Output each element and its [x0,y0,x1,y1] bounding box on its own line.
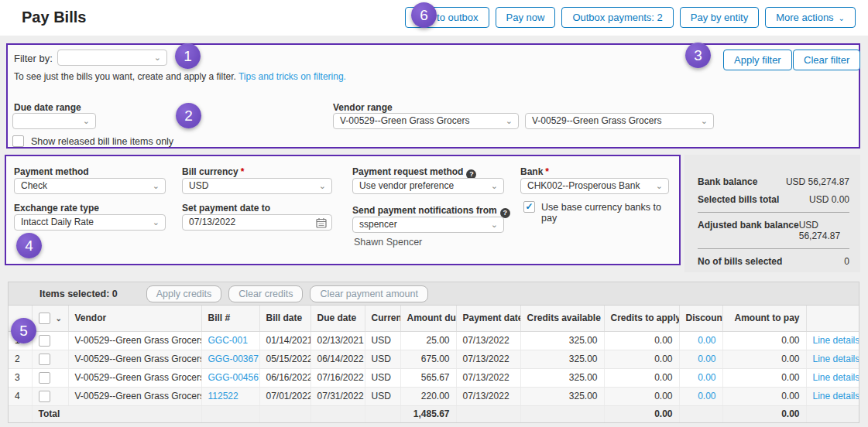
vendor-header: Vendor [68,306,201,331]
row-number: 4 [9,387,32,405]
vendor-range-to-select[interactable]: V-00529--Green Grass Grocers⌄ [525,113,714,129]
discounts-header: Discounts [679,306,722,331]
callout-2: 2 [176,103,201,128]
bill-number-link[interactable]: GGC-001 [208,335,248,346]
adjusted-bank-balance-value: USD 56,274.87 [799,220,849,241]
chevron-down-icon[interactable]: ⌄ [56,314,62,323]
total-credits-to-apply: 0.00 [604,405,679,422]
more-actions-button[interactable]: More actions⌄ [765,7,856,28]
discounts-cell: 0.00 [679,387,722,405]
bill-number-link[interactable]: GGG-00367 [208,354,259,364]
required-asterisk: * [241,166,245,177]
discounts-link[interactable]: 0.00 [698,372,715,383]
filter-hint-text: To see just the bills you want, create a… [14,71,236,82]
credits-to-apply-cell[interactable]: 0.00 [604,387,679,405]
clear-filter-button[interactable]: Clear filter [793,50,860,70]
credits-available-cell: 325.00 [520,350,604,368]
line-details-link[interactable]: Line details [813,372,859,383]
amount-to-pay-cell[interactable]: 0.00 [722,350,806,368]
bank-balance-panel: Bank balance USD 56,274.87 Selected bill… [684,155,860,272]
bill-number-link[interactable]: GGG-0045678 [208,372,260,383]
callout-1: 1 [175,43,201,69]
filter-tips-link[interactable]: Tips and tricks on filtering. [238,71,346,82]
chevron-down-icon: ⌄ [154,50,161,65]
more-actions-label: More actions [776,12,833,23]
row-checkbox[interactable] [39,372,50,384]
chevron-down-icon: ⌄ [656,179,663,193]
adjusted-bank-balance-row: Adjusted bank balance USD 56,274.87 [698,220,849,241]
vendor-cell: V-00529--Green Grass Grocers [68,368,201,387]
grid-toolbar: Items selected: 0 Apply credits Clear cr… [9,282,859,306]
pay-now-button[interactable]: Pay now [496,7,556,28]
currency-cell: USD [365,368,400,387]
bank-select[interactable]: CHK002--Prosperous Bank⌄ [520,178,669,194]
select-all-checkbox[interactable] [39,313,50,324]
credits-available-header: Credits available [520,306,604,331]
filter-hint: To see just the bills you want, create a… [14,71,346,82]
send-notifications-select[interactable]: sspencer⌄ [352,217,504,233]
credits-to-apply-cell[interactable]: 0.00 [604,368,679,387]
payment-date-cell: 07/13/2022 [456,387,520,405]
bank-balance-row: Bank balance USD 56,274.87 [698,176,849,187]
amount-to-pay-cell[interactable]: 0.00 [722,368,806,387]
bill-date-cell: 06/16/2022 [259,368,310,387]
exchange-rate-type-select[interactable]: Intacct Daily Rate⌄ [14,214,166,231]
show-released-checkbox[interactable] [12,135,24,147]
send-notifications-value: sspencer [359,219,397,230]
select-all-header: ⌄ [32,306,68,331]
due-date-range-select[interactable]: ⌄ [12,113,96,129]
payment-date-cell: 07/13/2022 [456,331,520,350]
pay-by-entity-button[interactable]: Pay by entity [680,7,759,28]
bill-number-link[interactable]: 112522 [208,391,238,401]
clear-credits-button[interactable]: Clear credits [228,285,303,302]
exchange-rate-value: Intacct Daily Rate [21,217,94,227]
row-checkbox[interactable] [39,354,50,365]
payment-request-method-select[interactable]: Use vendor preference⌄ [352,178,504,194]
vendor-cell: V-00529--Green Grass Grocers [68,387,201,405]
divider [698,248,849,249]
row-select-cell [32,331,68,350]
chevron-down-icon: ⌄ [153,179,160,193]
discounts-link[interactable]: 0.00 [698,354,715,364]
payment-section: Payment method Check⌄ Bill currency* USD… [5,155,681,265]
selected-bills-total-value: USD 0.00 [809,194,849,205]
bill-currency-label: Bill currency* [182,166,244,177]
exchange-rate-type-label: Exchange rate type [14,203,99,214]
clear-payment-amount-button[interactable]: Clear payment amount [310,285,427,302]
line-details-link[interactable]: Line details [813,354,859,364]
payment-date-input[interactable]: 07/13/2022 [182,214,332,231]
apply-credits-button[interactable]: Apply credits [146,285,222,302]
chevron-down-icon: ⌄ [319,179,326,193]
discounts-link[interactable]: 0.00 [698,335,715,346]
use-base-currency-checkbox[interactable]: ✓ [523,201,535,213]
calendar-icon[interactable] [316,217,327,228]
row-select-cell [32,350,68,368]
discounts-link[interactable]: 0.00 [698,391,715,401]
amount-to-pay-header: Amount to pay [722,306,806,331]
line-details-cell: Line details [806,331,859,350]
divider [698,212,849,213]
table-row: 1 V-00529--Green Grass Grocers GGC-001 0… [9,331,859,350]
filter-by-select[interactable]: ⌄ [57,50,167,66]
apply-filter-button[interactable]: Apply filter [723,50,792,70]
line-details-link[interactable]: Line details [813,391,859,401]
callout-5: 5 [11,318,36,343]
amount-to-pay-cell[interactable]: 0.00 [722,387,806,405]
line-details-link[interactable]: Line details [813,335,859,346]
total-amount-due: 1,485.67 [400,405,456,422]
payment-method-select[interactable]: Check⌄ [14,178,166,194]
vendor-range-from-select[interactable]: V-00529--Green Grass Grocers⌄ [333,113,519,129]
row-checkbox[interactable] [39,391,50,402]
bill-currency-select[interactable]: USD⌄ [182,178,332,194]
credits-to-apply-cell[interactable]: 0.00 [604,331,679,350]
amount-to-pay-cell[interactable]: 0.00 [722,331,806,350]
discounts-cell: 0.00 [679,350,722,368]
callout-6: 6 [411,2,437,28]
row-checkbox[interactable] [39,335,50,347]
outbox-payments-button[interactable]: Outbox payments: 2 [561,7,673,28]
bank-label-text: Bank [520,166,543,177]
credits-to-apply-cell[interactable]: 0.00 [604,350,679,368]
chevron-down-icon: ⌄ [83,114,90,128]
discounts-cell: 0.00 [679,331,722,350]
required-asterisk: * [545,166,549,177]
